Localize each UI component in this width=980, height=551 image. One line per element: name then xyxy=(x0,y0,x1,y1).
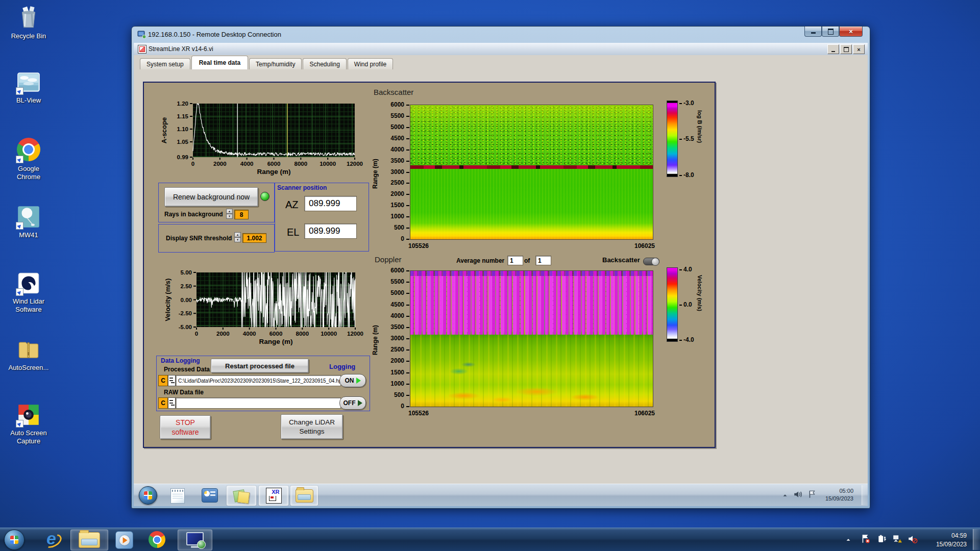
processed-path-field[interactable]: C:\Lidar\Data\Proc\2023\202309\20230915\… xyxy=(176,375,341,386)
desktop-icon-autoscreen-zip[interactable]: AutoScreen... xyxy=(4,337,53,372)
y-tick xyxy=(406,406,409,407)
tab-wind-profile[interactable]: Wind profile xyxy=(348,58,393,69)
action-center-flag-icon[interactable] xyxy=(807,490,817,499)
average-count-field[interactable]: 1 xyxy=(535,256,551,265)
y-tick-label: 5500 xyxy=(380,278,404,285)
chrome-taskbar-icon[interactable] xyxy=(149,531,165,548)
app-titlebar[interactable]: StreamLine XR v14-6.vi × xyxy=(134,43,868,56)
processed-logging-on-toggle[interactable]: ON xyxy=(339,374,366,387)
tab-real-time-data[interactable]: Real time data xyxy=(191,56,248,69)
rdp-titlebar[interactable]: 192.168.0.150 - Remote Desktop Connectio… xyxy=(132,27,870,43)
raw-path-field[interactable] xyxy=(176,397,341,409)
raw-logging-off-toggle[interactable]: OFF xyxy=(339,396,366,410)
y-tick xyxy=(406,349,409,350)
zip-folder-icon xyxy=(16,337,41,362)
tab-temp-humidity[interactable]: Temp/humidity xyxy=(249,58,302,69)
average-number-field[interactable]: 1 xyxy=(507,256,523,265)
rdp-minimize-button[interactable] xyxy=(804,27,822,37)
doppler-magenta-noise xyxy=(410,271,653,335)
remote-clock[interactable]: 05:00 15/09/2023 xyxy=(825,487,853,503)
explorer-taskbar-button-remote[interactable] xyxy=(290,486,318,506)
app-close-button[interactable]: × xyxy=(853,44,865,54)
stop-software-button[interactable]: STOP software xyxy=(160,415,211,439)
desktop-icon-recycle-bin[interactable]: Recycle Bin xyxy=(4,5,53,40)
svg-text:2000: 2000 xyxy=(216,331,230,337)
power-battery-tray-icon[interactable] xyxy=(877,534,887,544)
control-panel-taskbar-icon[interactable] xyxy=(202,488,218,503)
streamline-xr-taskbar-button[interactable]: XR xyxy=(259,486,288,506)
snr-value-field[interactable]: 1.002 xyxy=(242,233,266,243)
shortcut-arrow-icon xyxy=(16,222,23,230)
sticky-notes-taskbar-button[interactable] xyxy=(227,486,256,506)
backscatter-speckle xyxy=(410,105,653,165)
svg-text:2000: 2000 xyxy=(213,161,227,167)
start-button[interactable] xyxy=(4,530,24,550)
remote-show-desktop-button[interactable] xyxy=(862,485,868,505)
streamline-xr-icon: XR xyxy=(266,488,282,504)
internet-explorer-taskbar-icon[interactable]: e xyxy=(43,531,60,548)
y-tick xyxy=(406,338,409,339)
raw-drive-box[interactable]: C xyxy=(158,397,168,409)
desktop-icon-mw41[interactable]: MW41 xyxy=(4,204,53,239)
az-value-field[interactable]: 089.999 xyxy=(304,196,357,211)
rdp-maximize-button[interactable] xyxy=(822,27,839,37)
restart-processed-file-button[interactable]: Restart processed file xyxy=(211,359,309,373)
tab-system-setup[interactable]: System setup xyxy=(140,58,190,69)
on-label: ON xyxy=(345,377,354,384)
host-time: 04:59 xyxy=(936,532,967,540)
desktop-icon-label: MW41 xyxy=(7,231,50,239)
shortcut-arrow-icon xyxy=(16,420,23,428)
colorbar-tick xyxy=(679,175,682,176)
rays-value-field[interactable]: 8 xyxy=(234,210,249,219)
y-tick xyxy=(406,172,409,173)
processed-browse-icon[interactable] xyxy=(168,375,176,386)
raw-browse-icon[interactable] xyxy=(168,397,176,409)
y-tick xyxy=(406,194,409,195)
y-tick xyxy=(406,372,409,373)
deskt-icon-wind-lidar[interactable]: Wind Lidar Software xyxy=(4,270,53,314)
recycle-bin-icon xyxy=(16,5,41,31)
notepad-taskbar-icon[interactable] xyxy=(170,488,185,504)
el-value-field[interactable]: 089.999 xyxy=(304,223,357,239)
desktop-icon-auto-screen-capture[interactable]: Auto Screen Capture xyxy=(4,402,53,446)
show-hidden-icons-button-host[interactable] xyxy=(845,536,852,543)
show-desktop-button[interactable] xyxy=(973,529,980,550)
backscatter-colorbar-gradient xyxy=(667,101,677,177)
host-clock[interactable]: 04:59 15/09/2023 xyxy=(936,532,967,549)
wind-lidar-icon xyxy=(16,270,41,296)
snr-spinner[interactable]: ▲▼ xyxy=(234,232,241,242)
processed-drive-box[interactable]: C xyxy=(158,375,168,386)
remote-session: StreamLine XR v14-6.vi × System setupRea… xyxy=(134,43,868,506)
volume-tray-icon[interactable] xyxy=(793,490,802,499)
data-logging-group: Data Logging Processed Data file Restart… xyxy=(156,356,370,411)
desktop-icon-bl-view[interactable]: BL-View xyxy=(4,69,53,105)
renew-background-button[interactable]: Renew background now xyxy=(164,187,258,207)
backscatter-toggle[interactable] xyxy=(643,258,659,265)
volume-muted-tray-icon[interactable] xyxy=(908,534,918,544)
colorbar-tick-label: -4.0 xyxy=(683,336,705,343)
desktop-icon-label: AutoScreen... xyxy=(7,364,50,372)
app-minimize-button[interactable] xyxy=(827,44,839,54)
tab-scheduling[interactable]: Scheduling xyxy=(303,58,346,69)
folder-icon xyxy=(296,489,313,503)
rdp-taskbar-button[interactable] xyxy=(178,530,212,550)
y-tick xyxy=(406,270,409,271)
close-icon: × xyxy=(849,28,853,35)
action-center-flag-error-icon[interactable] xyxy=(861,534,871,544)
explorer-taskbar-button[interactable] xyxy=(70,530,108,550)
svg-text:2.50: 2.50 xyxy=(181,283,192,289)
backscatter-colorbar: log B (/m/sr) -3.0-5.5-8.0 xyxy=(667,101,678,177)
network-warning-tray-icon[interactable] xyxy=(892,534,902,544)
desktop-icon-google-chrome[interactable]: Google Chrome xyxy=(4,137,53,182)
data-logging-title: Data Logging xyxy=(161,357,200,364)
y-tick xyxy=(406,216,409,217)
app-window-title: StreamLine XR v14-6.vi xyxy=(149,45,213,53)
change-lidar-settings-button[interactable]: Change LiDAR Settings xyxy=(281,414,343,439)
media-player-taskbar-icon[interactable] xyxy=(115,531,133,549)
remote-start-button[interactable] xyxy=(139,486,157,505)
rdp-close-button[interactable]: × xyxy=(839,27,863,37)
show-hidden-icons-button[interactable] xyxy=(781,492,789,499)
app-restore-button[interactable] xyxy=(840,44,852,54)
rays-spinner[interactable]: ▲▼ xyxy=(226,209,233,219)
a-scope-plot: 1.201.151.101.050.9902000400060008000100… xyxy=(156,97,368,182)
